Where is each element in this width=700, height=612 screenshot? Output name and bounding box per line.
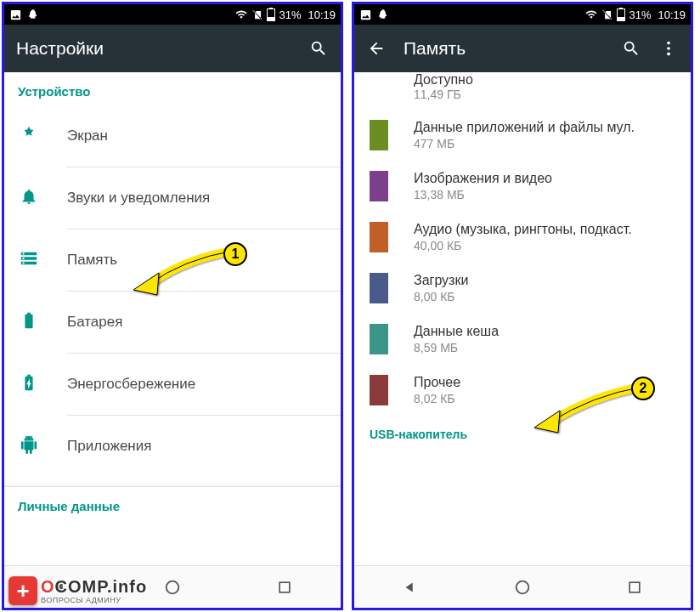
wifi-icon [584,8,598,20]
item-label: Батарея [67,314,122,331]
item-sound[interactable]: Звуки и уведомления [4,167,341,229]
storage-color-swatch [370,375,388,405]
storage-label: Изображения и видео [414,171,552,186]
app-bar: Настройки [4,25,341,72]
settings-list: Устройство Экран Звуки и уведомления Пам… [4,72,341,565]
item-display[interactable]: Экран [4,105,341,167]
storage-available[interactable]: Доступно 11,49 ГБ [354,72,691,110]
storage-row[interactable]: Изображения и видео13,38 МБ [354,161,691,212]
storage-value: 477 МБ [414,137,635,150]
item-label: Приложения [67,438,151,455]
watermark-brand-o: O [41,577,55,596]
phone-storage: 31% 10:19 Память Доступно 11,49 ГБ Данны… [352,2,693,610]
svg-rect-1 [269,8,273,9]
svg-point-9 [667,42,670,45]
app-bar: Память [354,25,691,72]
svg-point-3 [167,581,179,593]
storage-value: 8,00 КБ [414,290,468,303]
battery-percent: 31% [279,8,301,21]
powersave-icon [20,373,38,395]
storage-color-swatch [370,222,388,252]
image-icon [359,8,372,21]
overflow-button[interactable] [658,38,679,59]
item-battery[interactable]: Батарея [4,292,341,353]
item-storage[interactable]: Память [4,230,341,291]
storage-color-swatch [370,273,388,303]
nav-recents[interactable] [623,575,646,599]
storage-value: 40,00 КБ [414,239,632,252]
nav-home[interactable] [511,575,534,599]
phone-settings: 31% 10:19 Настройки Устройство Экран Зву… [2,2,343,610]
storage-label: Данные кеша [414,324,499,339]
no-sim-icon [601,8,613,21]
battery-icon [617,8,625,21]
item-label: Экран [67,128,108,144]
storage-list: Доступно 11,49 ГБ Данные приложений и фа… [354,72,691,565]
svg-rect-13 [629,582,640,592]
page-title: Настройки [16,38,291,59]
storage-value: 13,38 МБ [414,188,552,201]
svg-point-11 [667,53,670,56]
svg-point-10 [667,47,670,50]
storage-color-swatch [370,120,388,150]
watermark-plus-icon: + [8,576,37,605]
item-label: Звуки и уведомления [67,190,210,207]
storage-label: Данные приложений и файлы мул. [414,120,635,135]
search-button[interactable] [621,38,641,59]
clock: 10:19 [308,8,336,21]
section-device: Устройство [4,72,341,105]
storage-label: Загрузки [414,273,468,288]
usb-section: USB-накопитель [354,416,691,441]
image-icon [9,8,22,21]
storage-icon [20,249,38,271]
watermark: + OCOMP.info ВОПРОСЫ АДМИНУ [8,576,147,605]
svg-point-12 [517,581,529,593]
storage-row[interactable]: Прочее8,02 КБ [354,365,691,416]
storage-row[interactable]: Данные приложений и файлы мул.477 МБ [354,110,691,161]
nav-recents[interactable] [273,575,296,599]
svg-rect-4 [279,582,290,592]
page-title: Память [404,38,604,59]
battery-item-icon [20,311,38,333]
section-personal: Личные данные [4,487,341,520]
item-label: Память [67,252,117,269]
watermark-brand-rest: COMP.info [55,577,148,596]
bell-icon [20,187,38,209]
wifi-icon [234,8,248,20]
no-sim-icon [251,8,263,21]
item-label: Энергосбережение [67,376,195,393]
storage-color-swatch [370,171,388,201]
item-apps[interactable]: Приложения [4,416,341,477]
nav-back[interactable] [398,575,422,599]
search-button[interactable] [308,38,329,59]
watermark-sub: ВОПРОСЫ АДМИНУ [41,597,147,604]
storage-label: Доступно [414,72,675,88]
storage-label: Прочее [414,375,460,390]
svg-rect-8 [618,17,624,20]
svg-rect-7 [619,8,623,9]
battery-icon [267,8,275,21]
storage-value: 8,59 МБ [414,341,499,354]
nav-home[interactable] [161,575,184,599]
storage-label: Аудио (музыка, рингтоны, подкаст. [414,222,632,237]
rocket-icon [377,8,390,21]
storage-row[interactable]: Аудио (музыка, рингтоны, подкаст.40,00 К… [354,212,691,263]
nav-bar [354,565,691,608]
storage-value: 11,49 ГБ [414,88,675,101]
status-bar: 31% 10:19 [4,4,341,25]
android-icon [20,435,38,457]
svg-rect-2 [268,17,274,20]
battery-percent: 31% [629,8,651,21]
back-button[interactable] [366,38,387,59]
storage-row[interactable]: Данные кеша8,59 МБ [354,314,691,365]
storage-color-swatch [370,324,388,354]
item-powersave[interactable]: Энергосбережение [4,354,341,415]
display-icon [20,125,38,147]
storage-row[interactable]: Загрузки8,00 КБ [354,263,691,314]
clock: 10:19 [658,8,686,21]
status-bar: 31% 10:19 [354,4,691,25]
storage-value: 8,02 КБ [414,392,460,405]
rocket-icon [27,8,40,21]
